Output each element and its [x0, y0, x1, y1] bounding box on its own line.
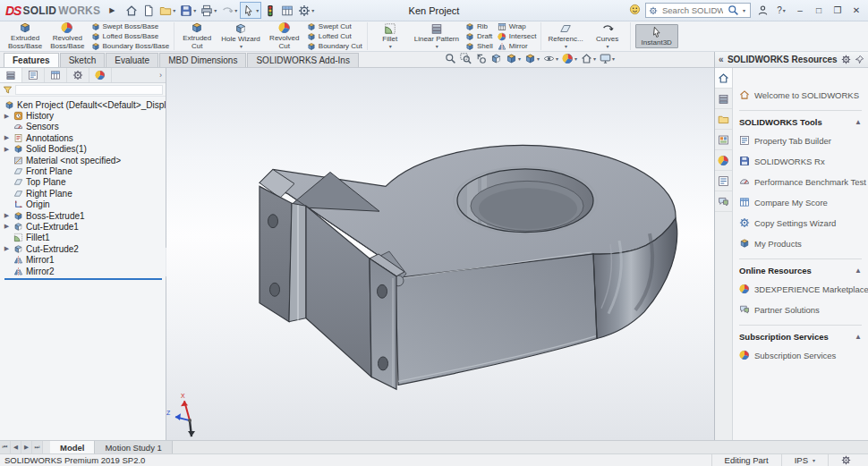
revolved-boss-button[interactable]: RevolvedBoss/Base [48, 21, 86, 51]
tree-item-front-plane[interactable]: Front Plane [3, 165, 166, 176]
solidworks-rx-link[interactable]: SOLIDWORKS Rx [739, 156, 862, 166]
intersect-button[interactable]: Intersect [498, 32, 537, 41]
feature-manager-tab[interactable] [0, 68, 22, 82]
boundary-boss-button[interactable]: Boundary Boss/Base [91, 42, 170, 51]
print-button[interactable]: ▾ [199, 2, 218, 19]
panel-expand-arrow-icon[interactable]: › [156, 68, 166, 82]
solidworks-resources-tab[interactable] [715, 68, 732, 89]
marketplace-link[interactable]: 3DEXPERIENCE Marketplace [739, 284, 862, 294]
model-tab[interactable]: Model [50, 441, 95, 453]
fillet-button[interactable]: Fillet▾ [372, 22, 408, 49]
tree-item-cut-extrude2[interactable]: ▶Cut-Extrude2 [3, 243, 166, 254]
welcome-link[interactable]: Welcome to SOLIDWORKS [739, 89, 862, 100]
design-library-tab[interactable] [715, 89, 732, 109]
home-button[interactable] [123, 2, 140, 19]
tree-item-history[interactable]: ▶History [3, 110, 166, 121]
tab-mbd-dimensions[interactable]: MBD Dimensions [159, 53, 246, 67]
tab-evaluate[interactable]: Evaluate [106, 53, 158, 67]
subscription-services-link[interactable]: Subscription Services [739, 350, 862, 360]
hole-wizard-button[interactable]: Hole Wizard▾ [219, 22, 262, 49]
lofted-cut-button[interactable]: Lofted Cut [307, 32, 362, 41]
extruded-cut-button[interactable]: ExtrudedCut [179, 21, 215, 51]
swept-boss-button[interactable]: Swept Boss/Base [91, 22, 170, 31]
zoom-fit-icon[interactable] [445, 53, 456, 64]
part-ken-project[interactable]: X Z [166, 68, 714, 440]
previous-study-button[interactable]: ◀ [11, 441, 21, 453]
file-explorer-tab[interactable] [715, 109, 732, 130]
rib-button[interactable]: Rib [465, 22, 493, 31]
wrap-button[interactable]: Wrap [498, 22, 537, 31]
tree-item-sensors[interactable]: Sensors [3, 122, 166, 132]
display-manager-tab[interactable] [89, 68, 112, 82]
new-document-button[interactable] [140, 2, 157, 19]
status-tag-button[interactable] [828, 454, 864, 466]
forum-tab[interactable] [715, 191, 732, 212]
minimize-button[interactable]: – [793, 3, 807, 19]
instant3d-button[interactable]: Instant3D [635, 24, 678, 49]
shell-button[interactable]: Shell [465, 42, 493, 51]
boundary-cut-button[interactable]: Boundary Cut [307, 42, 362, 51]
save-button[interactable]: ▾ [178, 2, 198, 19]
menu-flyout-arrow-icon[interactable]: ▶ [109, 6, 115, 14]
tree-item-annotations[interactable]: ▶Annotations [3, 132, 166, 143]
lofted-boss-button[interactable]: Lofted Boss/Base [91, 32, 170, 41]
tree-item-top-plane[interactable]: Top Plane [3, 177, 166, 188]
tree-item-mirror2[interactable]: Mirror2 [3, 266, 166, 276]
next-study-button[interactable]: ▶ [21, 441, 32, 453]
dimxpert-manager-tab[interactable] [67, 68, 89, 82]
appearances-scenes-tab[interactable] [715, 150, 732, 171]
login-button[interactable] [755, 3, 770, 19]
first-study-button[interactable]: ⏮ [0, 441, 11, 453]
previous-view-icon[interactable] [475, 53, 487, 64]
maximize-button[interactable]: □ [812, 3, 826, 19]
section-subscription-services[interactable]: Subscription Services▲ [739, 325, 862, 342]
performance-benchmark-link[interactable]: Performance Benchmark Test [739, 176, 862, 187]
rollback-bar[interactable] [4, 278, 162, 280]
property-manager-tab[interactable] [22, 68, 45, 82]
section-online-resources[interactable]: Online Resources▲ [739, 258, 862, 275]
view-palette-tab[interactable] [715, 130, 732, 150]
tree-root[interactable]: Ken Project (Default<<Default>_Display S… [3, 99, 166, 110]
graphics-viewport[interactable]: X Z [166, 68, 714, 440]
zoom-area-icon[interactable] [460, 53, 472, 64]
collapse-chevrons-icon[interactable]: « [719, 55, 724, 64]
hide-show-items-icon[interactable]: ▾ [543, 53, 558, 64]
tree-item-solid-bodies[interactable]: ▶Solid Bodies(1) [3, 144, 166, 155]
revolved-cut-button[interactable]: RevolvedCut [267, 21, 302, 51]
help-button[interactable]: ?▾ [774, 3, 788, 19]
extruded-boss-button[interactable]: ExtrudedBoss/Base [6, 21, 44, 51]
curves-button[interactable]: Curves▾ [590, 22, 625, 49]
help-search[interactable]: ▾ [645, 3, 751, 18]
motion-study-tab[interactable]: Motion Study 1 [95, 441, 172, 453]
configuration-manager-tab[interactable] [45, 68, 67, 82]
draft-button[interactable]: Draft [465, 32, 493, 41]
reference-geometry-button[interactable]: Referenc...▾ [546, 22, 584, 49]
pin-icon[interactable] [855, 55, 864, 64]
tree-item-boss-extrude1[interactable]: ▶Boss-Extrude1 [3, 210, 166, 221]
tree-item-mirror1[interactable]: Mirror1 [3, 254, 166, 265]
section-solidworks-tools[interactable]: SOLIDWORKS Tools▲ [739, 110, 862, 127]
mirror-button[interactable]: Mirror [498, 42, 537, 51]
linear-pattern-button[interactable]: Linear Pattern▾ [413, 22, 461, 49]
units-selector[interactable]: IPS▾ [781, 454, 828, 466]
tree-item-material[interactable]: Material <not specified> [3, 155, 166, 165]
custom-properties-tab[interactable] [715, 171, 732, 191]
close-button[interactable]: ✕ [849, 3, 864, 19]
undo-button[interactable]: ▾ [219, 2, 239, 19]
feedback-smiley-icon[interactable] [629, 4, 641, 17]
edit-appearance-icon[interactable]: ▾ [562, 53, 577, 64]
task-pane-gear-icon[interactable] [841, 55, 851, 64]
tree-item-cut-extrude1[interactable]: ▶Cut-Extrude1 [3, 221, 166, 232]
tab-features[interactable]: Features [4, 53, 59, 67]
tree-item-right-plane[interactable]: Right Plane [3, 188, 166, 199]
tree-item-fillet1[interactable]: Fillet1 [3, 233, 166, 243]
tree-item-origin[interactable]: Origin [3, 199, 166, 210]
property-tab-builder-link[interactable]: Property Tab Builder [739, 135, 862, 146]
view-settings-icon[interactable]: ▾ [600, 53, 615, 64]
restore-button[interactable]: ❐ [830, 3, 845, 19]
open-button[interactable]: ▾ [157, 2, 177, 19]
select-button[interactable]: ▾ [240, 2, 261, 19]
section-view-icon[interactable] [490, 53, 502, 64]
view-orientation-icon[interactable]: ▾ [506, 53, 521, 64]
swept-cut-button[interactable]: Swept Cut [307, 22, 362, 31]
